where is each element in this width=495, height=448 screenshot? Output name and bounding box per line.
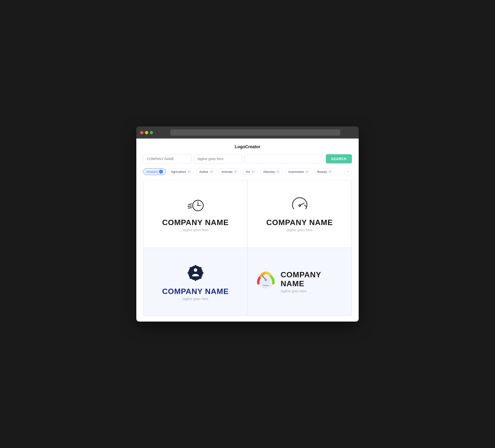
- logo3-company-name: COMPANY NAME: [162, 287, 229, 296]
- url-bar[interactable]: [170, 129, 340, 136]
- minimize-button[interactable]: [145, 131, 148, 134]
- svg-rect-14: [202, 272, 204, 274]
- filter-check-icon: ✓: [209, 170, 213, 174]
- logo-card-1[interactable]: COMPANY NAME tagline goes here: [143, 180, 248, 248]
- filter-check-icon: ✓: [328, 170, 332, 174]
- category-filters: Abstract✓Agriculture✓Airline✓Animals✓Art…: [143, 168, 352, 176]
- svg-line-1: [188, 206, 192, 207]
- logo-grid: COMPANY NAME tagline goes here: [143, 180, 352, 316]
- logo1-tagline: tagline goes here: [182, 228, 208, 232]
- filter-chip-abstract[interactable]: Abstract✓: [143, 168, 166, 175]
- speedometer-outline-icon: [290, 196, 309, 214]
- filter-chip-label: Agriculture: [171, 170, 186, 174]
- filter-check-icon: ✓: [187, 170, 191, 174]
- logo2-tagline: tagline goes here: [287, 228, 313, 232]
- filter-chip-label: Automotive: [288, 170, 304, 174]
- filter-chip-label: Animals: [221, 170, 233, 174]
- logo-card-4[interactable]: COMPANY NAME tagline goes here: [248, 248, 352, 316]
- extra-input[interactable]: [245, 154, 323, 163]
- filter-chip-label: Art: [246, 170, 250, 174]
- svg-point-25: [265, 279, 267, 281]
- filter-chip-airline[interactable]: Airline✓: [196, 168, 216, 175]
- svg-rect-18: [188, 272, 189, 274]
- maximize-button[interactable]: [150, 131, 153, 134]
- company-name-input[interactable]: [143, 154, 192, 163]
- filter-chip-animals[interactable]: Animals✓: [218, 168, 241, 175]
- filter-chip-beauty[interactable]: Beauty✓: [314, 168, 335, 175]
- logo2-company-name: COMPANY NAME: [266, 218, 333, 227]
- filter-chip-art[interactable]: Art✓: [243, 168, 258, 175]
- browser-dots: [140, 131, 153, 134]
- svg-point-6: [197, 205, 198, 206]
- browser-titlebar: [136, 126, 359, 139]
- logo-card-2[interactable]: COMPANY NAME tagline goes here: [248, 180, 352, 248]
- filter-check-icon: ✓: [159, 170, 163, 174]
- logo1-company-name: COMPANY NAME: [162, 218, 229, 227]
- filter-next-button[interactable]: →: [344, 168, 352, 176]
- filter-chip-automotive[interactable]: Automotive✓: [285, 168, 312, 175]
- svg-rect-16: [195, 280, 196, 281]
- speed-clock-icon: [186, 196, 205, 214]
- svg-line-2: [188, 208, 192, 208]
- filter-chip-attorney[interactable]: Attorney✓: [260, 168, 283, 175]
- filter-chip-label: Airline: [199, 170, 208, 174]
- colorful-speedometer-icon: [255, 268, 277, 291]
- search-bar: SEARCH: [143, 154, 352, 163]
- svg-point-21: [194, 268, 197, 272]
- logo4-company-name: COMPANY NAME: [281, 270, 344, 288]
- close-button[interactable]: [140, 131, 143, 134]
- filter-chip-label: Abstract: [146, 170, 158, 174]
- app-title: LogoCreator: [143, 144, 352, 149]
- filter-check-icon: ✓: [234, 170, 238, 174]
- logo4-tagline: tagline goes here: [281, 289, 344, 293]
- browser-window: LogoCreator SEARCH Abstract✓Agriculture✓…: [136, 126, 359, 322]
- app-container: LogoCreator SEARCH Abstract✓Agriculture✓…: [136, 139, 359, 322]
- gear-person-icon: [186, 263, 205, 283]
- filter-chip-label: Beauty: [317, 170, 327, 174]
- svg-line-0: [188, 204, 192, 205]
- filter-check-icon: ✓: [305, 170, 309, 174]
- logo4-text-group: COMPANY NAME tagline goes here: [281, 270, 344, 293]
- logo-card-3[interactable]: COMPANY NAME tagline goes here: [143, 248, 248, 316]
- filter-check-icon: ✓: [251, 170, 255, 174]
- svg-line-9: [304, 205, 306, 207]
- search-button[interactable]: SEARCH: [326, 154, 352, 163]
- filter-chip-label: Attorney: [263, 170, 275, 174]
- logo3-tagline: tagline goes here: [182, 297, 208, 301]
- filter-chip-agriculture[interactable]: Agriculture✓: [168, 168, 194, 175]
- filter-check-icon: ✓: [276, 170, 280, 174]
- tagline-input[interactable]: [194, 154, 242, 163]
- svg-rect-26: [263, 285, 269, 286]
- svg-rect-12: [195, 265, 196, 266]
